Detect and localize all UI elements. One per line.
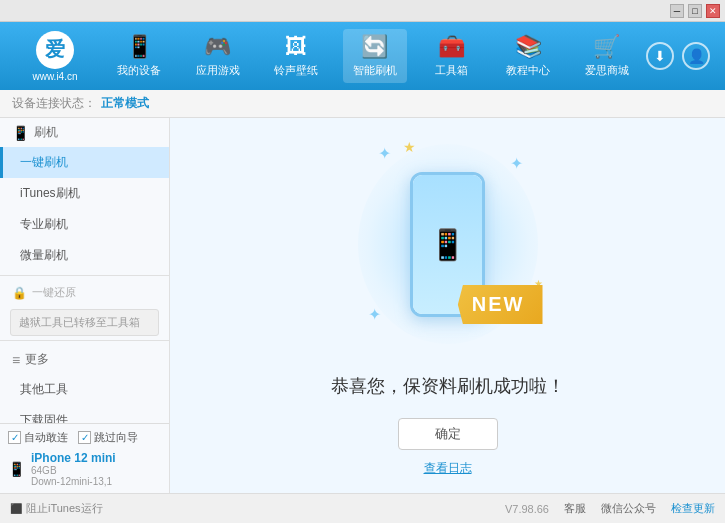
sidebar-footer: ✓ 自动敢连 ✓ 跳过向导 📱 iPhone 12 min: [0, 423, 169, 493]
apps-icon: 🎮: [204, 34, 231, 60]
status-bar: 设备连接状态： 正常模式: [0, 90, 725, 118]
sidebar: 📱 刷机 一键刷机 iTunes刷机 专业刷机 微量刷机: [0, 118, 170, 493]
star-1: ★: [403, 139, 416, 155]
device-storage: 64GB: [31, 465, 116, 476]
sidebar-scroll: 📱 刷机 一键刷机 iTunes刷机 专业刷机 微量刷机: [0, 118, 169, 423]
mall-icon: 🛒: [593, 34, 620, 60]
divider-1: [0, 275, 169, 276]
sidebar-section-restore: 🔒 一键还原: [0, 280, 169, 305]
status-value: 正常模式: [101, 95, 149, 112]
logo-circle: 爱: [36, 31, 74, 69]
phone-illustration: ✦ ✦ ✦ 📱 NEW ★ ★: [348, 134, 548, 354]
device-info-row: 📱 iPhone 12 mini 64GB Down-12mini-13,1: [8, 451, 161, 487]
divider-2: [0, 340, 169, 341]
content-area: ✦ ✦ ✦ 📱 NEW ★ ★ 恭喜您，保资料刷机成功啦！ 确定 查看日志: [170, 118, 725, 493]
nav-right: ⬇ 👤: [646, 42, 715, 70]
nav-item-apps[interactable]: 🎮 应用游戏: [186, 29, 250, 83]
disabled-notice: 越狱工具已转移至工具箱: [10, 309, 159, 336]
customer-service-link[interactable]: 客服: [564, 501, 586, 516]
close-button[interactable]: ✕: [706, 4, 720, 18]
sidebar-item-download-firmware[interactable]: 下载固件: [0, 405, 169, 423]
full-bottom-bar: ⬛ 阻止iTunes运行 V7.98.66 客服 微信公众号 检查更新: [0, 493, 725, 523]
checkbox-skip-wizard[interactable]: ✓ 跳过向导: [78, 430, 138, 445]
view-log-link[interactable]: 查看日志: [424, 460, 472, 477]
device-info: iPhone 12 mini 64GB Down-12mini-13,1: [31, 451, 116, 487]
version-label: V7.98.66: [505, 503, 549, 515]
check-update-link[interactable]: 检查更新: [671, 501, 715, 516]
wechat-link[interactable]: 微信公众号: [601, 501, 656, 516]
device-name: iPhone 12 mini: [31, 451, 116, 465]
title-bar-controls: ─ □ ✕: [670, 4, 720, 18]
wallpaper-icon: 🖼: [285, 34, 307, 60]
new-badge: NEW: [458, 285, 543, 324]
logo-icon: 爱: [45, 36, 65, 63]
bottom-right-items: V7.98.66 客服 微信公众号 检查更新: [505, 501, 715, 516]
sidebar-item-itunes-flash[interactable]: iTunes刷机: [0, 178, 169, 209]
nav-item-smart-flash[interactable]: 🔄 智能刷机: [343, 29, 407, 83]
skip-wizard-label: 跳过向导: [94, 430, 138, 445]
sidebar-item-pro-flash[interactable]: 专业刷机: [0, 209, 169, 240]
auto-connect-checkbox[interactable]: ✓: [8, 431, 21, 444]
user-button[interactable]: 👤: [682, 42, 710, 70]
maximize-button[interactable]: □: [688, 4, 702, 18]
nav-item-toolbox[interactable]: 🧰 工具箱: [422, 29, 482, 83]
device-phone-icon: 📱: [8, 461, 25, 477]
itunes-status-label: 阻止iTunes运行: [26, 501, 103, 516]
stop-icon: ⬛: [10, 503, 22, 514]
sidebar-section-more: ≡ 更多: [0, 345, 169, 374]
more-section-icon: ≡: [12, 352, 20, 368]
toolbox-icon: 🧰: [438, 34, 465, 60]
middle-section: 📱 刷机 一键刷机 iTunes刷机 专业刷机 微量刷机: [0, 118, 725, 493]
device-icon: 📱: [126, 34, 153, 60]
flash-section-icon: 📱: [12, 125, 29, 141]
sparkle-2: ✦: [510, 154, 523, 173]
minimize-button[interactable]: ─: [670, 4, 684, 18]
confirm-button[interactable]: 确定: [398, 418, 498, 450]
success-title: 恭喜您，保资料刷机成功啦！: [331, 374, 565, 398]
sidebar-section-flash: 📱 刷机: [0, 118, 169, 147]
skip-wizard-checkbox[interactable]: ✓: [78, 431, 91, 444]
sidebar-item-micro-flash[interactable]: 微量刷机: [0, 240, 169, 271]
nav-item-my-device[interactable]: 📱 我的设备: [107, 29, 171, 83]
nav-item-tutorial[interactable]: 📚 教程中心: [496, 29, 560, 83]
download-button[interactable]: ⬇: [646, 42, 674, 70]
smart-flash-icon: 🔄: [361, 34, 388, 60]
itunes-status: ⬛ 阻止iTunes运行: [10, 501, 103, 516]
nav-item-mall[interactable]: 🛒 爱思商城: [575, 29, 639, 83]
nav-item-wallpaper[interactable]: 🖼 铃声壁纸: [264, 29, 328, 83]
sparkle-1: ✦: [378, 144, 391, 163]
flash-section-label: 刷机: [34, 124, 58, 141]
status-label: 设备连接状态：: [12, 95, 96, 112]
checkbox-row: ✓ 自动敢连 ✓ 跳过向导: [8, 430, 161, 445]
logo-text: www.i4.cn: [32, 71, 77, 82]
tutorial-icon: 📚: [515, 34, 542, 60]
logo-area: 爱 www.i4.cn: [10, 31, 100, 82]
app-wrapper: ─ □ ✕ 爱 www.i4.cn 📱 我的设备 🎮 应用游戏 🖼 铃声壁纸: [0, 0, 725, 523]
nav-items: 📱 我的设备 🎮 应用游戏 🖼 铃声壁纸 🔄 智能刷机 🧰 工具箱 📚: [100, 29, 646, 83]
title-bar: ─ □ ✕: [0, 0, 725, 22]
sparkle-3: ✦: [368, 305, 381, 324]
sidebar-item-other-tools[interactable]: 其他工具: [0, 374, 169, 405]
sidebar-item-onekey-flash[interactable]: 一键刷机: [0, 147, 169, 178]
auto-connect-label: 自动敢连: [24, 430, 68, 445]
checkbox-auto-connect[interactable]: ✓ 自动敢连: [8, 430, 68, 445]
top-nav: 爱 www.i4.cn 📱 我的设备 🎮 应用游戏 🖼 铃声壁纸 🔄 智能刷机: [0, 22, 725, 90]
phone-screen-icon: 📱: [429, 227, 466, 262]
lock-icon: 🔒: [12, 286, 27, 300]
device-model: Down-12mini-13,1: [31, 476, 116, 487]
